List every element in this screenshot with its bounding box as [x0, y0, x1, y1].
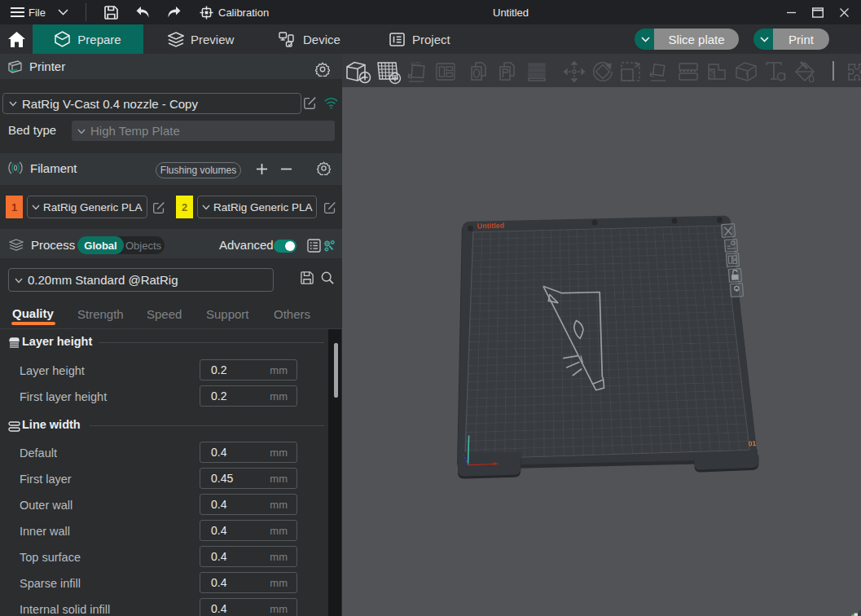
svg-text:01: 01 [748, 439, 756, 448]
svg-text:AUTO: AUTO [411, 62, 421, 66]
svg-text:Untitled: Untitled [477, 222, 505, 231]
